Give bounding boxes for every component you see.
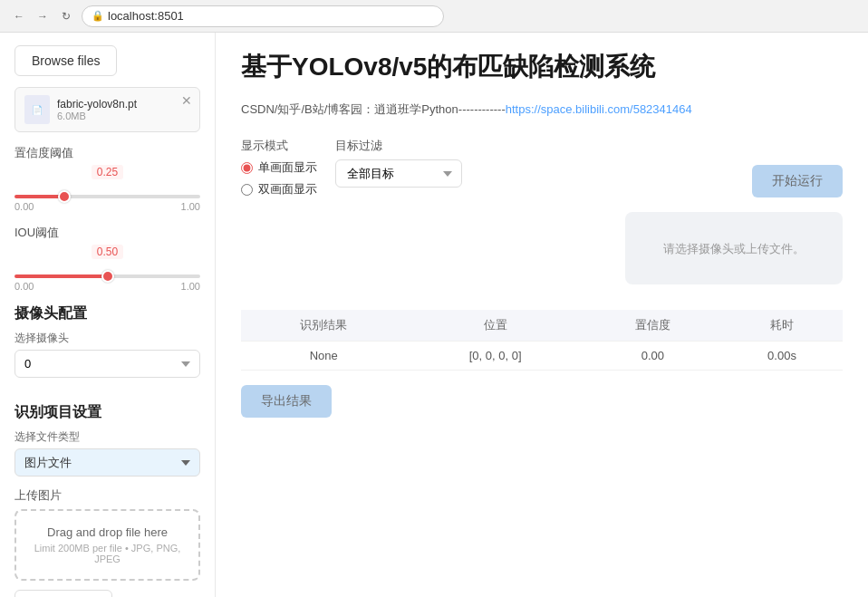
target-select[interactable]: 全部目标 bbox=[335, 159, 462, 188]
iou-value: 0.50 bbox=[92, 245, 123, 259]
display-mode-group: 显示模式 单画面显示 双画面显示 bbox=[241, 138, 317, 197]
dropzone-text: Drag and drop file here bbox=[31, 525, 184, 539]
radio-double-label: 双画面显示 bbox=[258, 181, 317, 197]
app-subtitle: CSDN/知乎/B站/博客园：逍逍班学Python------------htt… bbox=[241, 101, 843, 118]
url-text: localhost:8501 bbox=[108, 9, 184, 23]
camera-section-title: 摄像头配置 bbox=[14, 304, 200, 323]
confidence-label: 置信度阈值 bbox=[14, 145, 200, 161]
file-close-button[interactable]: ✕ bbox=[181, 93, 192, 108]
forward-button[interactable]: → bbox=[34, 8, 51, 24]
file-size: 6.0MB bbox=[57, 111, 190, 121]
confidence-slider[interactable] bbox=[14, 195, 200, 198]
right-panel: 基于YOLOv8/v5的布匹缺陷检测系统 CSDN/知乎/B站/博客园：逍逍班学… bbox=[216, 33, 868, 597]
subtitle-prefix: CSDN/知乎/B站/博客园：逍逍班学Python------------ bbox=[241, 102, 506, 116]
subtitle-link[interactable]: https://space.bilibili.com/582341464 bbox=[506, 102, 692, 116]
file-info: fabric-yolov8n.pt 6.0MB bbox=[57, 98, 190, 121]
lock-icon: 🔒 bbox=[92, 10, 104, 22]
export-button[interactable]: 导出结果 bbox=[241, 385, 332, 418]
dropzone[interactable]: Drag and drop file here Limit 200MB per … bbox=[14, 509, 200, 581]
confidence-min: 0.00 bbox=[14, 201, 34, 212]
controls-outer: 显示模式 单画面显示 双画面显示 目标过滤 全部目标 bbox=[241, 138, 843, 197]
radio-single[interactable]: 单画面显示 bbox=[241, 159, 317, 176]
iou-max: 1.00 bbox=[181, 281, 200, 292]
target-label: 目标过滤 bbox=[335, 138, 462, 154]
preview-text: 请选择摄像头或上传文件。 bbox=[663, 240, 805, 258]
iou-min: 0.00 bbox=[14, 281, 34, 292]
col-header-result: 识别结果 bbox=[241, 310, 406, 342]
file-name: fabric-yolov8n.pt bbox=[57, 98, 190, 111]
app-title: 基于YOLOv8/v5的布匹缺陷检测系统 bbox=[241, 51, 843, 83]
col-header-time: 耗时 bbox=[721, 310, 843, 342]
table-row: None [0, 0, 0, 0] 0.00 0.00s bbox=[241, 342, 843, 371]
file-type-label: 选择文件类型 bbox=[14, 429, 200, 445]
cell-result: None bbox=[241, 342, 406, 371]
browser-chrome: ← → ↻ 🔒 localhost:8501 bbox=[0, 0, 868, 33]
preview-area: 请选择摄像头或上传文件。 bbox=[625, 212, 843, 284]
detection-section-title: 识别项目设置 bbox=[14, 403, 200, 422]
radio-double[interactable]: 双画面显示 bbox=[241, 181, 317, 197]
cell-position: [0, 0, 0, 0] bbox=[406, 342, 583, 371]
radio-group: 单画面显示 双画面显示 bbox=[241, 159, 317, 197]
file-type-select[interactable]: 图片文件 视频文件 bbox=[14, 448, 200, 477]
confidence-section: 置信度阈值 0.25 0.00 1.00 bbox=[14, 145, 200, 212]
camera-select-label: 选择摄像头 bbox=[14, 331, 200, 346]
cell-confidence: 0.00 bbox=[584, 342, 721, 371]
camera-select[interactable]: 0 1 2 bbox=[14, 350, 200, 378]
radio-double-input[interactable] bbox=[241, 184, 253, 196]
address-bar[interactable]: 🔒 localhost:8501 bbox=[82, 5, 444, 27]
upload-label: 上传图片 bbox=[14, 487, 200, 504]
target-filter-group: 目标过滤 全部目标 bbox=[335, 138, 462, 188]
iou-section: IOU阈值 0.50 0.00 1.00 bbox=[14, 225, 200, 292]
left-panel: Browse files 📄 fabric-yolov8n.pt 6.0MB ✕… bbox=[0, 33, 216, 597]
start-button[interactable]: 开始运行 bbox=[752, 165, 843, 197]
iou-label: IOU阈值 bbox=[14, 225, 200, 241]
browse-files-button[interactable]: Browse files bbox=[14, 590, 112, 597]
browse-files-top-button[interactable]: Browse files bbox=[14, 45, 117, 76]
file-icon: 📄 bbox=[24, 95, 50, 124]
col-header-confidence: 置信度 bbox=[584, 310, 721, 342]
cell-time: 0.00s bbox=[721, 342, 843, 371]
display-mode-label: 显示模式 bbox=[241, 138, 317, 154]
refresh-button[interactable]: ↻ bbox=[58, 8, 74, 24]
confidence-value: 0.25 bbox=[92, 165, 123, 179]
radio-single-label: 单画面显示 bbox=[258, 159, 317, 176]
iou-slider[interactable] bbox=[14, 274, 200, 278]
confidence-max: 1.00 bbox=[181, 201, 200, 212]
radio-single-input[interactable] bbox=[241, 162, 253, 174]
dropzone-hint: Limit 200MB per file • JPG, PNG, JPEG bbox=[31, 543, 184, 564]
col-header-position: 位置 bbox=[406, 310, 583, 342]
main-layout: Browse files 📄 fabric-yolov8n.pt 6.0MB ✕… bbox=[0, 33, 868, 597]
back-button[interactable]: ← bbox=[11, 8, 27, 24]
results-table: 识别结果 位置 置信度 耗时 None [0, 0, 0, 0] 0.00 0.… bbox=[241, 310, 843, 371]
file-item: 📄 fabric-yolov8n.pt 6.0MB ✕ bbox=[14, 87, 200, 132]
